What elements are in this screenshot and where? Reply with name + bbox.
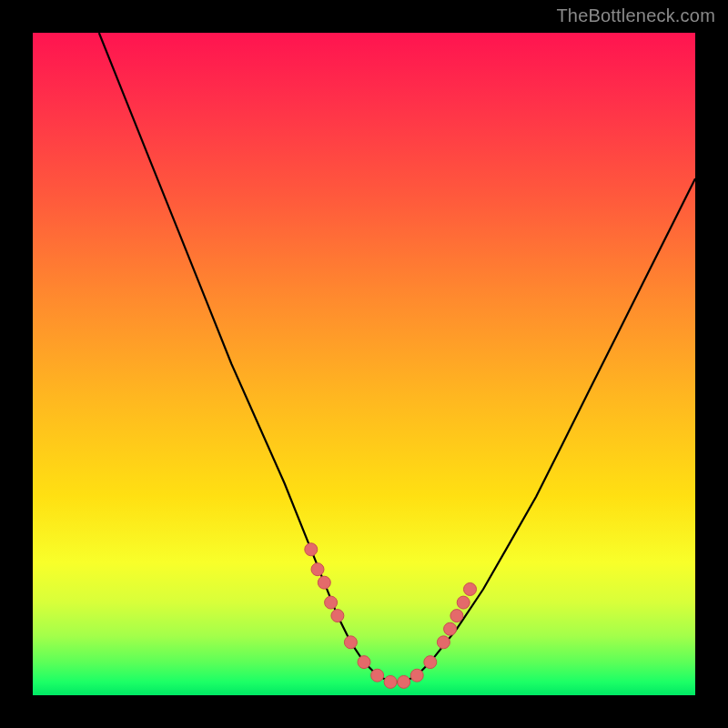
chart-frame: TheBottleneck.com [0,0,728,728]
data-point [305,543,318,556]
data-point [464,583,477,596]
watermark-text: TheBottleneck.com [556,5,715,26]
data-point [437,636,450,649]
data-point [457,596,470,609]
data-point [384,675,397,688]
data-point [424,656,437,669]
data-point [444,622,457,635]
data-point [311,563,324,576]
plot-svg [33,33,695,695]
data-point [318,576,330,589]
data-point [410,669,423,682]
bottleneck-curve [99,33,695,682]
data-point [344,636,357,649]
data-point [450,610,463,622]
data-point [358,656,370,669]
data-point [398,675,410,688]
data-point [371,669,384,682]
plot-area [33,33,695,695]
data-point [331,610,344,622]
data-point [325,596,338,609]
data-points [305,543,477,689]
